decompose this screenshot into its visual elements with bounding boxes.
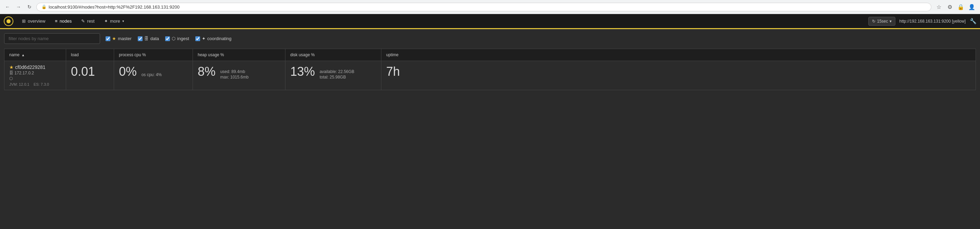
nav-overview-label: overview — [28, 19, 45, 24]
coordinating-checkbox[interactable] — [195, 37, 200, 41]
filter-nodes-input[interactable] — [4, 33, 100, 44]
refresh-interval-button[interactable]: ↻ 15sec ▾ — [868, 17, 895, 26]
address-bar[interactable]: 🔒 localhost:9100/#/nodes?host=http:%2F%2… — [36, 3, 931, 11]
nodes-icon: ≡ — [55, 19, 57, 24]
disk-cell: 13% available: 22.56GB total: 25.98GB — [285, 61, 381, 90]
nav-more[interactable]: ✦ more ▾ — [99, 16, 129, 26]
node-ip-text: 172.17.0.2 — [14, 71, 34, 75]
heap-percent: 8% — [198, 64, 216, 79]
uptime-value: 7h — [386, 64, 400, 79]
profile-security-button[interactable]: 🔒 — [956, 2, 966, 12]
col-header-uptime[interactable]: uptime — [381, 49, 976, 61]
content-area: ★ master 🗄 data ⬡ ingest ✦ coordinating — [0, 29, 980, 94]
rest-icon: ✎ — [81, 19, 85, 24]
header-right: ↻ 15sec ▾ http://192.168.163.131:9200 [y… — [868, 17, 977, 26]
load-value: 0.01 — [71, 64, 95, 79]
cpu-os-detail: os cpu: 4% — [142, 72, 162, 77]
overview-icon: ⊞ — [22, 19, 26, 24]
node-name: ★ cf0d6d229281 — [9, 64, 61, 70]
node-ip: 🗄 172.17.0.2 — [9, 71, 61, 75]
nav-nodes[interactable]: ≡ nodes — [50, 16, 76, 26]
browser-chrome: ← → ↻ 🔒 localhost:9100/#/nodes?host=http… — [0, 0, 980, 14]
refresh-label: 15sec — [877, 19, 888, 24]
back-button[interactable]: ← — [3, 3, 12, 11]
address-text: localhost:9100/#/nodes?host=http:%2F%2F1… — [49, 5, 926, 10]
extensions-button[interactable]: ⚙ — [945, 2, 955, 12]
sort-asc-icon: ▲ — [21, 53, 25, 57]
col-header-load[interactable]: load — [66, 49, 114, 61]
app-logo — [3, 16, 14, 26]
disk-available: available: 22.56GB — [320, 69, 354, 74]
forward-button[interactable]: → — [14, 3, 22, 11]
ingest-label: ingest — [177, 36, 189, 41]
nav-rest-label: rest — [87, 19, 95, 24]
nav-overview[interactable]: ⊞ overview — [17, 16, 50, 26]
nav-rest[interactable]: ✎ rest — [76, 16, 99, 26]
node-jvm: JVM: 12.0.1 — [9, 82, 29, 86]
col-heap-label: heap usage % — [198, 52, 224, 57]
master-checkbox[interactable] — [105, 37, 110, 41]
node-ingest-icon: ⬡ — [9, 76, 13, 81]
nav-menu: ⊞ overview ≡ nodes ✎ rest ✦ more ▾ — [17, 16, 868, 26]
data-label: data — [150, 36, 159, 41]
svg-point-1 — [6, 19, 11, 23]
browser-actions: ☆ ⚙ 🔒 👤 — [934, 2, 977, 12]
table-row: ★ cf0d6d229281 🗄 172.17.0.2 ⬡ JVM: 12.0.… — [5, 61, 976, 90]
node-meta: JVM: 12.0.1 ES: 7.3.0 — [9, 82, 61, 86]
coordinating-label: coordinating — [207, 36, 232, 41]
settings-button[interactable]: 🔧 — [970, 18, 977, 24]
data-checkbox-item[interactable]: 🗄 data — [138, 36, 159, 41]
col-header-cpu[interactable]: process cpu % — [114, 49, 193, 61]
bookmark-button[interactable]: ☆ — [934, 2, 944, 12]
load-cell: 0.01 — [66, 61, 114, 90]
coordinating-checkbox-item[interactable]: ✦ coordinating — [195, 36, 232, 41]
address-security-icon: 🔒 — [41, 5, 46, 9]
more-icon: ✦ — [104, 19, 108, 24]
col-cpu-label: process cpu % — [119, 52, 146, 57]
nav-nodes-label: nodes — [60, 19, 72, 24]
master-label: master — [118, 36, 132, 41]
browser-toolbar: ← → ↻ 🔒 localhost:9100/#/nodes?host=http… — [0, 0, 980, 14]
node-master-icon: ★ — [9, 64, 14, 70]
node-name-text: cf0d6d229281 — [15, 64, 46, 70]
disk-total: total: 25.98GB — [320, 75, 354, 80]
refresh-page-button[interactable]: ↻ — [25, 3, 33, 11]
node-es: ES: 7.3.0 — [33, 82, 49, 86]
master-checkbox-item[interactable]: ★ master — [105, 36, 132, 41]
col-disk-label: disk usage % — [290, 52, 315, 57]
ingest-checkbox-item[interactable]: ⬡ ingest — [165, 36, 189, 41]
heap-max: max: 1015.6mb — [220, 75, 249, 80]
checkboxes-group: ★ master 🗄 data ⬡ ingest ✦ coordinating — [105, 36, 232, 41]
nodes-table: name ▲ load process cpu % heap usage % d… — [4, 49, 976, 90]
table-body: ★ cf0d6d229281 🗄 172.17.0.2 ⬡ JVM: 12.0.… — [5, 61, 976, 90]
col-header-heap[interactable]: heap usage % — [193, 49, 285, 61]
coordinating-icon: ✦ — [202, 36, 205, 41]
node-data-icon: 🗄 — [9, 71, 13, 75]
app-header: ⊞ overview ≡ nodes ✎ rest ✦ more ▾ ↻ 15s… — [0, 14, 980, 29]
heap-detail: used: 89.4mb max: 1015.6mb — [220, 69, 249, 80]
heap-used: used: 89.4mb — [220, 69, 249, 74]
disk-detail: available: 22.56GB total: 25.98GB — [320, 69, 354, 80]
col-header-name[interactable]: name ▲ — [5, 49, 66, 61]
ingest-checkbox[interactable] — [165, 37, 170, 41]
master-star-icon: ★ — [112, 36, 116, 41]
refresh-dropdown-icon: ▾ — [889, 19, 892, 24]
table-header: name ▲ load process cpu % heap usage % d… — [5, 49, 976, 61]
host-label: http://192.168.163.131:9200 [yellow] — [899, 19, 966, 24]
cerebro-logo-icon — [4, 16, 13, 26]
col-uptime-label: uptime — [386, 52, 399, 57]
data-db-icon: 🗄 — [144, 36, 149, 41]
node-info-cell: ★ cf0d6d229281 🗄 172.17.0.2 ⬡ JVM: 12.0.… — [5, 61, 66, 90]
uptime-cell: 7h — [381, 61, 976, 90]
node-ingest-role: ⬡ — [9, 76, 61, 81]
cpu-percent: 0% — [119, 64, 137, 79]
disk-percent: 13% — [290, 64, 315, 79]
col-name-label: name — [9, 52, 19, 57]
filter-bar: ★ master 🗄 data ⬡ ingest ✦ coordinating — [4, 33, 976, 44]
col-load-label: load — [71, 52, 79, 57]
col-header-disk[interactable]: disk usage % — [285, 49, 381, 61]
more-dropdown-icon: ▾ — [123, 19, 124, 23]
ingest-icon: ⬡ — [172, 36, 175, 41]
data-checkbox[interactable] — [138, 37, 143, 41]
profile-button[interactable]: 👤 — [967, 2, 977, 12]
